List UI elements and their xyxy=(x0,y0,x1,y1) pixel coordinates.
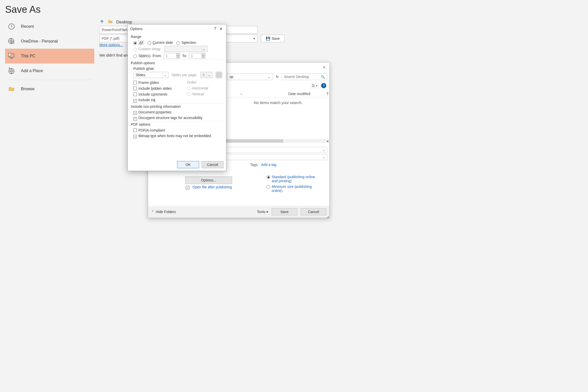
hide-folders-button[interactable]: ⌃ Hide Folders xyxy=(151,210,176,214)
search-icon: 🔍 xyxy=(321,75,325,79)
help-icon[interactable]: ? xyxy=(321,83,326,88)
options-button[interactable]: Options... xyxy=(185,176,232,184)
spin-down-icon[interactable]: ▾ xyxy=(202,56,205,58)
address-bar[interactable]: op ⌄ xyxy=(227,73,273,80)
tools-dropdown[interactable]: Tools ▾ xyxy=(257,210,268,214)
include-ink-checkbox[interactable]: Include ink xyxy=(133,98,172,102)
chevron-down-icon: ⌄ xyxy=(268,75,271,79)
close-icon[interactable]: ✕ xyxy=(218,26,224,32)
save-button[interactable]: Save xyxy=(272,208,297,215)
publish-what-label: Publish what: xyxy=(133,67,223,71)
view-mode-button[interactable]: ☰ ▾ xyxy=(310,83,319,88)
search-input[interactable]: Search Desktop 🔍 xyxy=(282,73,328,80)
include-comments-checkbox[interactable]: Include comments xyxy=(133,92,172,96)
list-icon: ☰ xyxy=(312,84,315,88)
optimize-for-group: Standard (publishing online and printing… xyxy=(267,175,315,193)
radio-minimum[interactable] xyxy=(267,185,270,189)
publish-options-title: Publish options xyxy=(131,61,223,65)
folder-icon xyxy=(8,85,15,93)
save-locations-nav: Recent OneDrive - Personal This PC Add a… xyxy=(5,19,94,96)
cancel-button[interactable]: Cancel xyxy=(202,161,224,168)
column-type[interactable]: T xyxy=(326,92,329,96)
save-button[interactable]: 💾 Save xyxy=(261,35,284,42)
add-tag-link[interactable]: Add a tag xyxy=(261,163,276,167)
spin-up-icon[interactable]: ▴ xyxy=(202,54,205,56)
svg-rect-3 xyxy=(8,53,11,56)
options-dialog: Options ? ✕ Range All Current slide Sele… xyxy=(127,24,226,171)
range-all-radio[interactable]: All xyxy=(133,40,144,45)
help-icon[interactable]: ? xyxy=(212,26,218,32)
chevron-down-icon: ⌄ xyxy=(163,72,167,78)
range-custom-radio: Custom show: xyxy=(133,47,161,51)
spin-down-icon[interactable]: ▾ xyxy=(176,56,179,58)
slides-per-page-value: 6 xyxy=(203,73,205,77)
current-folder-label[interactable]: Desktop xyxy=(116,20,132,25)
open-after-publishing-checkbox[interactable]: Open file after publishing xyxy=(186,185,232,189)
filetype-value: PDF (*.pdf) xyxy=(102,36,120,41)
nav-onedrive[interactable]: OneDrive - Personal xyxy=(5,34,94,49)
nonprinting-title: Include non-printing information xyxy=(131,104,223,109)
range-slides-radio[interactable]: Slide(s) xyxy=(133,54,150,58)
to-value: 1 xyxy=(191,54,193,58)
range-selection-radio[interactable]: Selection xyxy=(176,41,196,45)
include-hidden-checkbox[interactable]: Include hidden slides xyxy=(133,86,172,90)
cancel-button[interactable]: Cancel xyxy=(301,208,326,215)
nav-label: Add a Place xyxy=(21,69,43,73)
scroll-right-icon[interactable]: ▸ xyxy=(327,139,329,143)
frame-slides-checkbox[interactable]: Frame slides xyxy=(133,80,172,85)
file-list-header[interactable]: Date modified T xyxy=(227,90,329,98)
doc-properties-checkbox[interactable]: Document properties xyxy=(133,110,223,114)
bitmap-text-checkbox[interactable]: Bitmap text when fonts may not be embedd… xyxy=(133,134,223,138)
chevron-down-icon: ▾ xyxy=(316,84,317,87)
pdfa-checkbox[interactable]: PDF/A compliant xyxy=(133,128,223,132)
from-label: From: xyxy=(152,54,162,58)
nav-browse[interactable]: Browse xyxy=(5,82,94,96)
nav-thispc[interactable]: This PC xyxy=(5,49,94,63)
order-vertical-radio: Vertical xyxy=(187,92,208,96)
ok-button[interactable]: OK xyxy=(177,161,199,168)
doc-structure-checkbox[interactable]: Document structure tags for accessibilit… xyxy=(133,116,223,120)
optimize-standard-label[interactable]: Standard (publishing online and printing… xyxy=(272,175,315,183)
globe-plus-icon xyxy=(8,67,15,75)
nav-label: Recent xyxy=(21,24,34,29)
pdf-options-title: PDF options xyxy=(131,122,223,126)
handout-layout-icon xyxy=(216,72,222,78)
up-arrow-icon[interactable] xyxy=(99,19,104,25)
nav-label: OneDrive - Personal xyxy=(21,39,58,44)
range-current-radio[interactable]: Current slide xyxy=(148,41,173,45)
page-title: Save As xyxy=(0,0,343,20)
chevron-down-icon: ⌄ xyxy=(202,46,206,52)
checkbox-icon xyxy=(186,186,189,189)
to-spinner[interactable]: 1 ▴▾ xyxy=(189,53,205,59)
publish-what-value: Slides xyxy=(136,73,145,77)
spin-up-icon[interactable]: ▴ xyxy=(176,54,179,56)
tools-label: Tools xyxy=(257,210,265,214)
radio-standard[interactable] xyxy=(267,175,270,179)
nav-divider xyxy=(7,80,92,80)
column-date-modified[interactable]: Date modified xyxy=(288,92,326,96)
to-label: To: xyxy=(182,54,187,58)
order-label: Order: xyxy=(187,80,208,84)
resize-grip-icon[interactable]: ◢ xyxy=(326,215,329,217)
from-value: 1 xyxy=(166,54,168,58)
close-icon[interactable]: ✕ xyxy=(321,64,327,70)
clock-icon xyxy=(8,23,15,30)
chevron-down-icon: ⌄ xyxy=(207,72,211,78)
nav-label: This PC xyxy=(21,54,35,58)
monitor-icon xyxy=(8,52,15,60)
nav-recent[interactable]: Recent xyxy=(5,19,94,34)
no-items-message: No items match your search. xyxy=(227,100,329,105)
optimize-minimum-label[interactable]: Minimum size (publishing online) xyxy=(272,185,315,193)
chevron-down-icon: ▾ xyxy=(253,36,255,41)
order-horizontal-radio: Horizontal xyxy=(187,86,208,90)
refresh-icon[interactable]: ↻ xyxy=(275,74,280,80)
search-placeholder: Search Desktop xyxy=(284,75,309,79)
nav-addplace[interactable]: Add a Place xyxy=(5,63,94,78)
open-after-label: Open file after publishing xyxy=(192,185,232,189)
from-spinner[interactable]: 1 ▴▾ xyxy=(164,53,180,59)
hide-folders-label: Hide Folders xyxy=(156,210,176,214)
publish-what-dropdown[interactable]: Slides ⌄ xyxy=(133,72,168,78)
custom-show-dropdown: ⌄ xyxy=(165,46,207,52)
save-icon: 💾 xyxy=(266,36,270,41)
address-bar-text: op xyxy=(229,75,233,79)
